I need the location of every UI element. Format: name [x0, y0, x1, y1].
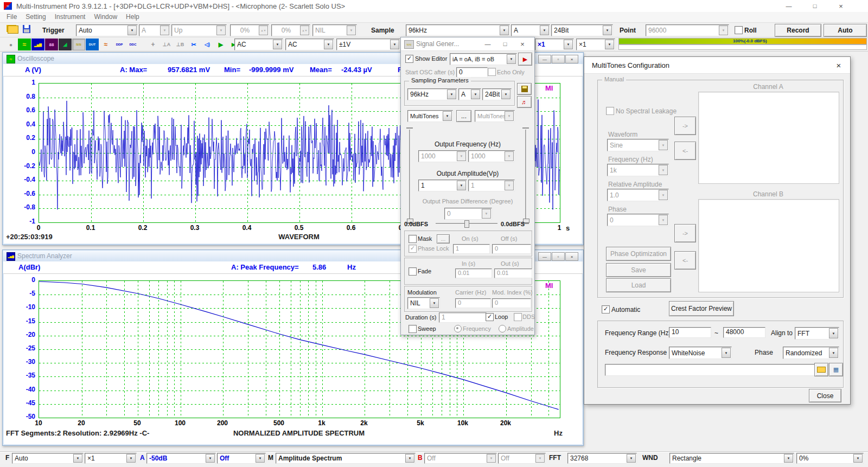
menu-item-help[interactable]: Help: [122, 12, 144, 22]
oscilloscope-restore-icon[interactable]: ▫: [552, 55, 565, 63]
spectrum-title: Spectrum Analyzer: [17, 252, 72, 260]
menu-item-file[interactable]: File: [2, 12, 21, 22]
save-file-icon[interactable]: [23, 25, 30, 33]
spectrum-channel-label: A(dBr): [18, 263, 40, 271]
multiplier-select[interactable]: ×1▼: [85, 453, 137, 464]
gen-channel-select[interactable]: A▼: [458, 88, 481, 100]
signal-generator-maximize-icon[interactable]: □: [497, 40, 513, 48]
range-min-input[interactable]: 10: [669, 327, 711, 338]
a-range-select[interactable]: -50dB▼: [146, 453, 216, 464]
crest-factor-preview-button[interactable]: Crest Factor Preview: [669, 301, 734, 316]
oscilloscope-y-tick: -0.2: [12, 162, 35, 170]
open-file-icon[interactable]: [8, 25, 18, 34]
overlap-select[interactable]: 0%▼: [796, 453, 864, 464]
spectrum-3d-plot-icon[interactable]: ◢: [59, 39, 72, 50]
sampling-rate-select[interactable]: 96kHz▼: [406, 24, 510, 36]
waveform-a-select[interactable]: MultiTones▼: [407, 110, 453, 122]
spectrum-close-icon[interactable]: ×: [565, 252, 578, 261]
menu-item-setting[interactable]: Setting: [21, 12, 50, 22]
sweep-checkbox[interactable]: [409, 325, 417, 333]
show-editor-checkbox[interactable]: ✓: [405, 55, 413, 63]
auto-scale-button[interactable]: Auto: [824, 24, 867, 37]
multitones-close-button[interactable]: Close: [809, 389, 841, 402]
folder-icon: [817, 367, 826, 373]
frequency-response-select[interactable]: WhiteNoise▼: [669, 347, 732, 359]
ground-b-icon[interactable]: ⊥B: [174, 39, 187, 50]
amplitude-slider-a[interactable]: [405, 126, 414, 224]
oscilloscope-minimize-icon[interactable]: —: [538, 55, 551, 63]
channel-b-listbox[interactable]: [698, 199, 839, 292]
record-indicator-icon[interactable]: ●: [4, 39, 17, 50]
multitones-titlebar[interactable]: MultiTones Configuration ×: [584, 57, 850, 74]
probe-b-select[interactable]: ×1▼: [576, 39, 615, 50]
fade-checkbox[interactable]: [409, 267, 417, 276]
frequency-axis-select[interactable]: Auto▼: [12, 453, 84, 464]
multimeter-icon[interactable]: 88: [45, 39, 58, 50]
menu-item-instrument[interactable]: Instrument: [50, 12, 90, 22]
trigger-mode-select[interactable]: Auto▼: [76, 24, 138, 36]
oscilloscope-x-tick: 0.3: [182, 224, 207, 232]
derived-data-point-icon[interactable]: ≈: [99, 39, 112, 50]
multitones-close-icon[interactable]: ×: [832, 60, 846, 71]
spectrum-restore-icon[interactable]: ▫: [552, 252, 565, 261]
signal-generator-close-icon[interactable]: ×: [515, 40, 530, 48]
input-range-select[interactable]: ±1V▼: [336, 39, 400, 50]
ddp-viewer-icon[interactable]: DDP: [113, 39, 126, 50]
modulation-select[interactable]: NIL▼: [407, 297, 440, 309]
amplitude-a-select[interactable]: 1▼: [418, 180, 467, 191]
range-max-input[interactable]: 48000: [723, 327, 765, 338]
gen-bits-select[interactable]: 24Bit▼: [482, 88, 512, 100]
sampling-bits-select[interactable]: 24Bit▼: [551, 24, 613, 36]
minimize-button[interactable]: —: [780, 1, 797, 11]
open-tones-file-button[interactable]: [814, 363, 828, 376]
ground-a-icon[interactable]: ⊥A: [160, 39, 173, 50]
signal-generator-icon[interactable]: ≈≈: [72, 39, 85, 50]
roll-checkbox[interactable]: [735, 26, 743, 34]
toolbar-icon-strip: ●≈▂▅▇88◢≈≈DUT≈DDPDDC+⊥A⊥B✂◁)▶▶•: [0, 37, 233, 51]
waveform-browse-button[interactable]: ...: [456, 110, 471, 122]
generator-run-button[interactable]: ▶: [518, 53, 532, 66]
sampling-channel-select[interactable]: A▼: [511, 24, 550, 36]
channel-a-listbox[interactable]: [698, 92, 839, 184]
phase-lock-checkbox: ✓: [409, 245, 417, 253]
level-meter-text: 100%(-0.0 dBFS): [733, 39, 767, 43]
cursor-reader-icon[interactable]: ✂: [187, 39, 200, 50]
device-test-plan-icon[interactable]: DUT: [86, 39, 99, 50]
a-offset-select[interactable]: Off▼: [217, 453, 266, 464]
edit-grid-button[interactable]: ▦: [829, 363, 843, 376]
spectrum-x-tick: 10k: [450, 419, 475, 427]
gen-rate-select[interactable]: 96kHz▼: [407, 88, 457, 100]
save-signal-icon[interactable]: [517, 83, 532, 95]
oscilloscope-stat: A: Max=: [120, 66, 168, 74]
phase-mode-select[interactable]: Randomized▼: [783, 347, 839, 359]
dbfs-slider[interactable]: [435, 220, 499, 227]
probe-a-select[interactable]: ×1▼: [535, 39, 574, 50]
fft-size-select[interactable]: 32768▼: [567, 453, 637, 464]
file-path-input[interactable]: [605, 364, 815, 376]
signal-generator-minimize-icon[interactable]: —: [480, 40, 495, 48]
window-function-select[interactable]: Rectangle▼: [669, 453, 794, 464]
ddc-icon[interactable]: DDC: [126, 39, 139, 50]
routing-select[interactable]: iA = oA, iB = oB▼: [450, 53, 517, 65]
menu-item-window[interactable]: Window: [90, 12, 122, 22]
signal-generator-titlebar[interactable]: ≈≈ Signal Gener... — □ ×: [401, 37, 534, 51]
mask-checkbox[interactable]: [409, 235, 417, 243]
coupling-b-select[interactable]: AC▼: [285, 39, 334, 50]
spectrum-analyzer-icon[interactable]: ▂▅▇: [31, 39, 44, 50]
loop-checkbox[interactable]: ✓: [486, 313, 494, 321]
probe-calibration-icon[interactable]: +: [146, 39, 159, 50]
mode-select[interactable]: Amplitude Spectrum▼: [276, 453, 416, 464]
oscilloscope-close-icon[interactable]: ×: [565, 55, 578, 63]
coupling-a-select[interactable]: AC▼: [234, 39, 283, 50]
spectrum-minimize-icon[interactable]: —: [538, 252, 551, 261]
close-button[interactable]: ×: [832, 1, 850, 11]
amplitude-slider-b[interactable]: [521, 126, 530, 224]
record-button[interactable]: Record: [775, 24, 821, 37]
score-note-icon[interactable]: ♬: [517, 96, 532, 108]
align-to-select[interactable]: FFT▼: [795, 327, 839, 340]
oscilloscope-icon[interactable]: ≈: [18, 39, 31, 50]
sound-device-icon[interactable]: ◁): [201, 39, 214, 50]
automatic-checkbox[interactable]: ✓: [602, 305, 610, 314]
maximize-button[interactable]: □: [806, 1, 824, 11]
run-icon[interactable]: ▶: [214, 39, 227, 50]
